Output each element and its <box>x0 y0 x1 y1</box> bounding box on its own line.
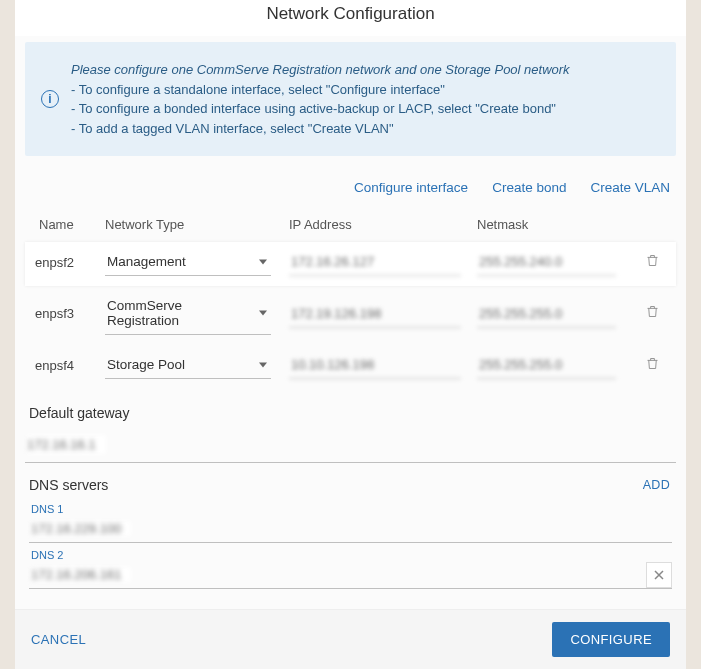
network-config-dialog: Network Configuration i Please configure… <box>15 0 686 669</box>
dialog-content: i Please configure one CommServe Registr… <box>15 36 686 609</box>
clear-dns-button[interactable] <box>646 562 672 588</box>
add-dns-button[interactable]: ADD <box>643 478 670 492</box>
col-header-name: Name <box>29 217 105 232</box>
gateway-value: 172.16.16.1 <box>27 435 106 454</box>
netmask-input[interactable] <box>477 351 616 379</box>
dns-value: 172.16.206.161 <box>31 567 131 582</box>
delete-row-button[interactable] <box>645 304 660 319</box>
network-type-value: Storage Pool <box>107 357 185 372</box>
delete-row-button[interactable] <box>645 253 660 268</box>
dns-value: 172.16.229.100 <box>31 521 131 536</box>
dialog-footer: CANCEL CONFIGURE <box>15 609 686 669</box>
info-icon: i <box>41 90 59 108</box>
col-header-ip: IP Address <box>289 217 477 232</box>
dns-input[interactable]: 172.16.229.100 <box>29 515 672 542</box>
iface-name: enpsf2 <box>29 255 105 270</box>
dns-header: DNS servers ADD <box>25 463 676 497</box>
configure-button[interactable]: CONFIGURE <box>552 622 670 657</box>
action-links: Configure interface Create bond Create V… <box>25 170 676 209</box>
trash-icon <box>645 304 660 319</box>
table-header: Name Network Type IP Address Netmask <box>25 209 676 242</box>
network-type-select[interactable]: CommServe Registration <box>105 292 271 335</box>
configure-interface-link[interactable]: Configure interface <box>354 180 468 195</box>
dns-label: DNS 2 <box>29 549 672 561</box>
network-type-select[interactable]: Management <box>105 248 271 276</box>
network-type-value: CommServe Registration <box>107 298 182 328</box>
ip-address-input[interactable] <box>289 351 461 379</box>
gateway-input[interactable]: 172.16.16.1 <box>25 427 676 463</box>
info-line-2: - To configure a bonded interface using … <box>71 99 570 119</box>
netmask-input[interactable] <box>477 248 616 276</box>
iface-name: enpsf3 <box>29 306 105 321</box>
info-banner: i Please configure one CommServe Registr… <box>25 42 676 156</box>
dns-label: DNS 1 <box>29 503 672 515</box>
table-row: enpsf3 CommServe Registration <box>25 286 676 345</box>
ip-address-input[interactable] <box>289 300 461 328</box>
table-row: enpsf2 Management <box>25 242 676 286</box>
trash-icon <box>645 356 660 371</box>
gateway-label: Default gateway <box>25 389 676 427</box>
interfaces-table: Name Network Type IP Address Netmask enp… <box>25 209 676 389</box>
dns-input[interactable]: 172.16.206.161 <box>29 561 646 588</box>
table-row: enpsf4 Storage Pool <box>25 345 676 389</box>
network-type-select[interactable]: Storage Pool <box>105 351 271 379</box>
delete-row-button[interactable] <box>645 356 660 371</box>
trash-icon <box>645 253 660 268</box>
ip-address-input[interactable] <box>289 248 461 276</box>
info-text: Please configure one CommServe Registrat… <box>71 60 570 138</box>
info-line-3: - To add a tagged VLAN interface, select… <box>71 119 570 139</box>
create-bond-link[interactable]: Create bond <box>492 180 566 195</box>
dns-entry: DNS 1 172.16.229.100 <box>25 497 676 543</box>
dialog-title: Network Configuration <box>15 0 686 36</box>
dns-title: DNS servers <box>29 477 108 493</box>
info-lead: Please configure one CommServe Registrat… <box>71 60 570 80</box>
col-header-type: Network Type <box>105 217 289 232</box>
close-icon <box>653 569 665 581</box>
create-vlan-link[interactable]: Create VLAN <box>590 180 670 195</box>
col-header-mask: Netmask <box>477 217 632 232</box>
info-line-1: - To configure a standalone interface, s… <box>71 80 570 100</box>
network-type-value: Management <box>107 254 186 269</box>
info-icon-wrap: i <box>41 60 59 138</box>
iface-name: enpsf4 <box>29 358 105 373</box>
cancel-button[interactable]: CANCEL <box>31 632 86 647</box>
dns-entry: DNS 2 172.16.206.161 <box>25 543 676 589</box>
netmask-input[interactable] <box>477 300 616 328</box>
